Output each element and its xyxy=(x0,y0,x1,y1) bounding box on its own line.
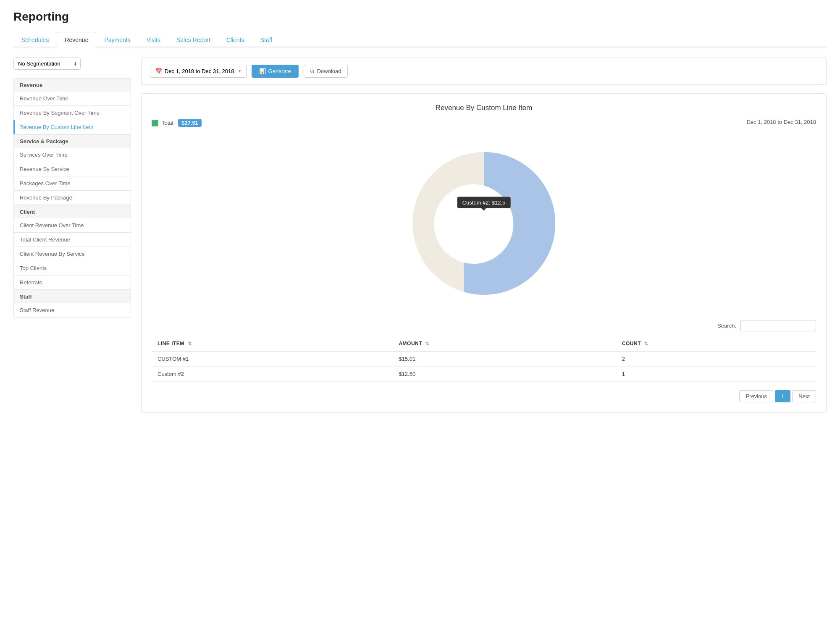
cell-amount-0: $15.01 xyxy=(393,351,616,367)
sidebar-section-client: Client Client Revenue Over Time Total Cl… xyxy=(13,205,131,290)
sidebar-section-header-revenue: Revenue xyxy=(13,78,131,92)
sidebar-section-staff: Staff Staff Revenue xyxy=(13,290,131,318)
sort-icon-amount: ⇅ xyxy=(425,341,430,346)
donut-chart-svg xyxy=(404,144,564,303)
table-row: Custom #2 $12.50 1 xyxy=(152,367,816,382)
download-icon: ⊙ xyxy=(310,68,315,74)
cell-line-item-0: CUSTOM #1 xyxy=(152,351,393,367)
sidebar-item-revenue-by-segment-over-time[interactable]: Revenue By Segment Over Time xyxy=(13,106,131,120)
page-title: Reporting xyxy=(13,10,827,24)
col-header-count[interactable]: COUNT ⇅ xyxy=(616,336,816,351)
tab-payments[interactable]: Payments xyxy=(96,32,138,47)
total-label: Total: xyxy=(162,120,175,126)
sidebar-section-header-staff: Staff xyxy=(13,290,131,303)
cell-count-0: 2 xyxy=(616,351,816,367)
data-table: LINE ITEM ⇅ AMOUNT ⇅ COUNT ⇅ xyxy=(152,336,816,382)
sort-icon-line-item: ⇅ xyxy=(188,341,192,346)
filter-bar: 📅 Dec 1, 2018 to Dec 31, 2018 ▾ 📊 Genera… xyxy=(141,58,827,85)
next-button[interactable]: Next xyxy=(792,390,816,402)
sidebar-item-total-client-revenue[interactable]: Total Client Revenue xyxy=(13,233,131,247)
content-area: 📅 Dec 1, 2018 to Dec 31, 2018 ▾ 📊 Genera… xyxy=(141,58,827,413)
chevron-down-icon: ▾ xyxy=(239,68,241,74)
segmentation-select[interactable]: No Segmentation By Segment xyxy=(13,58,81,70)
col-header-amount[interactable]: AMOUNT ⇅ xyxy=(393,336,616,351)
sidebar-item-services-over-time[interactable]: Services Over Time xyxy=(13,148,131,162)
chart-card: Revenue By Custom Line Item Total: $27.5… xyxy=(141,93,827,413)
chart-title: Revenue By Custom Line Item xyxy=(152,104,816,112)
date-range-value: Dec 1, 2018 to Dec 31, 2018 xyxy=(165,68,234,74)
generate-button[interactable]: 📊 Generate xyxy=(252,65,299,78)
sidebar-item-top-clients[interactable]: Top Clients xyxy=(13,261,131,276)
tab-staff[interactable]: Staff xyxy=(252,32,281,47)
sidebar-item-revenue-by-package[interactable]: Revenue By Package xyxy=(13,191,131,205)
sidebar-item-referrals[interactable]: Referrals xyxy=(13,276,131,290)
sidebar: No Segmentation By Segment Revenue Reven… xyxy=(13,58,131,413)
sidebar-item-client-revenue-by-service[interactable]: Client Revenue By Service xyxy=(13,247,131,261)
sort-icon-count: ⇅ xyxy=(644,341,648,346)
calendar-icon: 📅 xyxy=(155,68,162,74)
chart-date-range: Dec 1, 2018 to Dec 31, 2018 xyxy=(746,119,816,125)
col-header-line-item[interactable]: LINE ITEM ⇅ xyxy=(152,336,393,351)
chart-header-row: Total: $27.51 Dec 1, 2018 to Dec 31, 201… xyxy=(152,119,816,127)
sidebar-item-packages-over-time[interactable]: Packages Over Time xyxy=(13,176,131,191)
cell-line-item-1: Custom #2 xyxy=(152,367,393,382)
sidebar-section-service-package: Service & Package Services Over Time Rev… xyxy=(13,134,131,205)
table-row: CUSTOM #1 $15.01 2 xyxy=(152,351,816,367)
chart-tooltip: Custom #2: $12.5 xyxy=(457,197,511,208)
search-input[interactable] xyxy=(740,320,816,331)
sidebar-section-revenue: Revenue Revenue Over Time Revenue By Seg… xyxy=(13,78,131,134)
previous-button[interactable]: Previous xyxy=(739,390,773,402)
tab-visits[interactable]: Visits xyxy=(139,32,168,47)
pagination: Previous 1 Next xyxy=(152,390,816,402)
table-section: Search: LINE ITEM ⇅ AMOUNT xyxy=(152,320,816,402)
sidebar-item-revenue-by-service[interactable]: Revenue By Service xyxy=(13,162,131,176)
sidebar-section-header-service-package: Service & Package xyxy=(13,134,131,148)
sidebar-item-revenue-by-custom-line-item[interactable]: Revenue By Custom Line Item xyxy=(13,120,131,134)
donut-chart-container: Custom #2: $12.5 xyxy=(152,135,816,312)
sidebar-item-revenue-over-time[interactable]: Revenue Over Time xyxy=(13,92,131,106)
download-button[interactable]: ⊙ Download xyxy=(304,65,348,78)
search-label: Search: xyxy=(717,323,736,329)
sidebar-item-staff-revenue[interactable]: Staff Revenue xyxy=(13,303,131,318)
total-color-box xyxy=(152,120,158,126)
tab-clients[interactable]: Clients xyxy=(218,32,252,47)
chart-total: Total: $27.51 xyxy=(152,119,202,127)
page-1-button[interactable]: 1 xyxy=(775,390,790,402)
total-amount: $27.51 xyxy=(178,119,202,127)
chart-icon: 📊 xyxy=(259,68,266,74)
tab-revenue[interactable]: Revenue xyxy=(57,32,96,47)
cell-amount-1: $12.50 xyxy=(393,367,616,382)
cell-count-1: 1 xyxy=(616,367,816,382)
search-bar: Search: xyxy=(152,320,816,331)
tab-schedules[interactable]: Schedules xyxy=(13,32,57,47)
tabs-bar: Schedules Revenue Payments Visits Sales … xyxy=(13,32,827,47)
date-picker-button[interactable]: 📅 Dec 1, 2018 to Dec 31, 2018 ▾ xyxy=(150,65,247,78)
sidebar-section-header-client: Client xyxy=(13,205,131,218)
tab-sales-report[interactable]: Sales Report xyxy=(168,32,218,47)
sidebar-item-client-revenue-over-time[interactable]: Client Revenue Over Time xyxy=(13,218,131,233)
